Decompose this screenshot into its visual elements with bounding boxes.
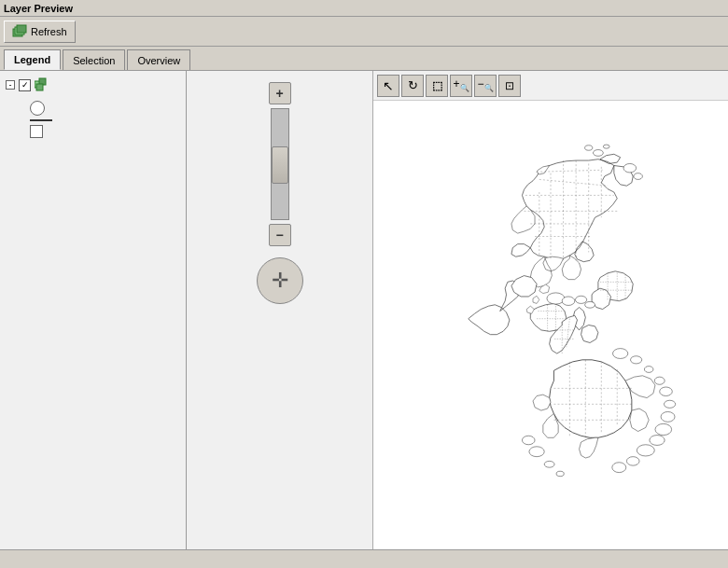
zoom-out-slider-button[interactable]: − xyxy=(269,224,291,246)
legend-square xyxy=(30,125,43,138)
svg-point-49 xyxy=(575,296,586,303)
svg-point-39 xyxy=(544,461,554,467)
zoom-in-icon: + xyxy=(275,86,283,101)
svg-point-42 xyxy=(593,150,603,157)
tab-legend[interactable]: Legend xyxy=(4,49,61,70)
svg-point-61 xyxy=(626,457,639,466)
legend-circle xyxy=(30,101,45,116)
toolbar: Refresh xyxy=(0,17,728,47)
svg-point-60 xyxy=(637,445,654,456)
svg-point-41 xyxy=(522,436,535,445)
svg-point-52 xyxy=(631,356,642,364)
zoom-in-slider-button[interactable]: + xyxy=(269,82,291,104)
layer-item: - xyxy=(4,75,182,95)
zoom-in-tool-icon: +🔍 xyxy=(453,77,469,92)
refresh-button[interactable]: Refresh xyxy=(4,21,76,43)
legend-line xyxy=(30,119,52,121)
layer-expand-button[interactable]: - xyxy=(6,80,15,90)
left-panel: - xyxy=(0,71,187,549)
tab-overview[interactable]: Overview xyxy=(127,49,190,70)
svg-rect-2 xyxy=(17,25,26,33)
zoom-out-tool-button[interactable]: −🔍 xyxy=(474,75,497,97)
tab-selection[interactable]: Selection xyxy=(63,49,125,70)
map-canvas xyxy=(373,101,728,549)
full-extent-icon: ⊡ xyxy=(505,79,514,92)
philippines-svg-map xyxy=(373,101,728,549)
full-extent-button[interactable]: ⊡ xyxy=(498,75,521,97)
tab-legend-label: Legend xyxy=(14,54,50,65)
map-view[interactable]: ↖ ↻ ⬚ +🔍 −🔍 ⊡ xyxy=(373,71,728,549)
main-area: - + xyxy=(0,71,728,549)
svg-point-56 xyxy=(664,400,675,408)
zoom-slider-thumb[interactable] xyxy=(272,146,288,184)
svg-point-44 xyxy=(603,145,609,148)
zoom-in-tool-button[interactable]: +🔍 xyxy=(450,75,472,97)
svg-point-40 xyxy=(556,471,564,476)
svg-point-43 xyxy=(585,145,593,150)
refresh-icon xyxy=(12,24,27,39)
rotate-tool-button[interactable]: ↻ xyxy=(401,75,424,97)
svg-rect-5 xyxy=(36,84,43,90)
pan-control[interactable]: ✛ xyxy=(257,257,303,304)
select-arrow-button[interactable]: ↖ xyxy=(377,75,399,97)
svg-point-38 xyxy=(529,447,544,457)
layer-map-icon xyxy=(35,76,49,93)
svg-point-59 xyxy=(650,436,665,446)
pan-arrows-icon: ✛ xyxy=(272,269,288,293)
title-bar: Layer Preview xyxy=(0,0,728,17)
bottom-bar xyxy=(0,549,728,568)
svg-point-58 xyxy=(655,423,672,435)
svg-point-50 xyxy=(585,301,595,308)
tool-icons-row: ↖ ↻ ⬚ +🔍 −🔍 ⊡ xyxy=(373,71,728,101)
select-arrow-icon: ↖ xyxy=(383,78,394,93)
svg-point-46 xyxy=(634,173,643,180)
svg-point-51 xyxy=(613,349,628,359)
map-tools-panel: + − ✛ xyxy=(187,71,373,549)
refresh-label: Refresh xyxy=(31,26,67,37)
layer-checkbox[interactable] xyxy=(19,79,31,91)
zoom-out-icon: − xyxy=(275,228,283,242)
svg-point-47 xyxy=(547,293,565,304)
svg-point-54 xyxy=(654,377,665,384)
svg-point-45 xyxy=(623,163,637,173)
zoom-window-icon: ⬚ xyxy=(432,79,442,92)
rotate-icon: ↻ xyxy=(408,78,418,92)
tab-selection-label: Selection xyxy=(73,55,115,66)
zoom-out-tool-icon: −🔍 xyxy=(477,77,493,92)
window-title: Layer Preview xyxy=(4,3,73,14)
tab-overview-label: Overview xyxy=(137,55,180,66)
zoom-window-button[interactable]: ⬚ xyxy=(426,75,448,97)
svg-point-48 xyxy=(562,297,575,306)
svg-point-53 xyxy=(644,367,653,373)
svg-point-57 xyxy=(661,411,675,422)
zoom-slider-track[interactable] xyxy=(271,108,289,220)
svg-point-55 xyxy=(660,387,673,396)
tabs-row: Legend Selection Overview xyxy=(0,47,728,71)
svg-point-62 xyxy=(612,463,626,473)
